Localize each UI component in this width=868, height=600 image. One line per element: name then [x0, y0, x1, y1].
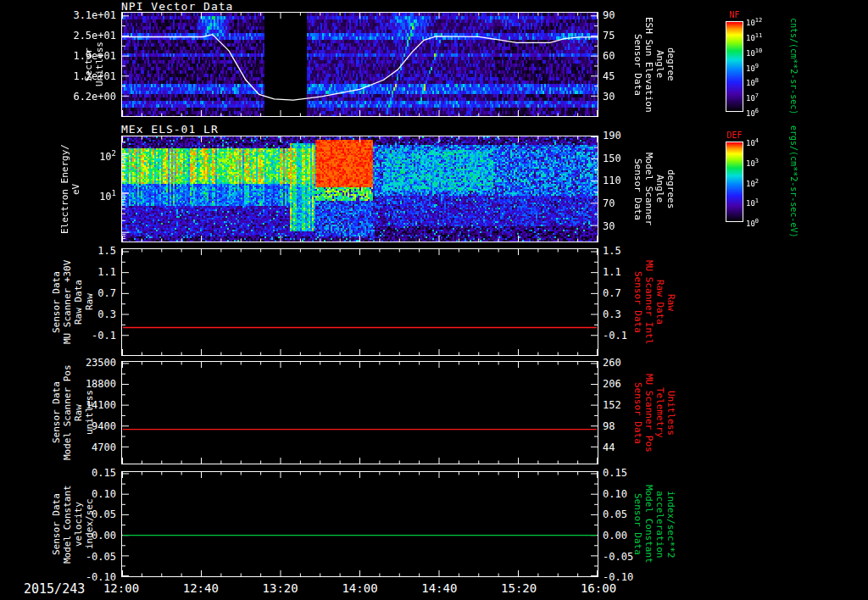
colorbar-title-NF: NF: [729, 10, 739, 19]
panel-2-title: MEx ELS-01 LR: [121, 123, 219, 136]
panel-5-lineplot: [121, 471, 598, 577]
panel-3-axes-ticks: [122, 249, 598, 355]
colorbar-unit-label-NF: cnts/(cm**2-sr-sec): [789, 4, 798, 129]
x-tick-label: 14:40: [421, 581, 457, 595]
x-tick-label: 13:20: [263, 581, 298, 595]
colorbar-tick-label: 1012: [746, 17, 762, 27]
colorbar-tick-label: 101: [746, 197, 759, 208]
right-axis-title-4: Sensor Data MU Scanner Pos Telemetry Uni…: [632, 361, 676, 464]
colorbar-tick-label: 1011: [746, 32, 762, 42]
x-tick-label: 14:00: [342, 581, 377, 595]
left-axis-title-3: Sensor Data MU Scanner +30V Raw Data Raw: [51, 248, 95, 356]
panel-3-lineplot: [121, 248, 598, 356]
left-axis-title-4: Sensor Data Model Scanner Pos Raw unitle…: [51, 361, 95, 464]
right-axis-title-3: Sensor Data MU Scanner Intl Raw Data Raw: [632, 248, 676, 356]
panel-4-lineplot: [121, 361, 598, 464]
panel-5-axes-ticks: [122, 472, 598, 576]
panel-2-spectrogram: [121, 136, 598, 242]
colorbar-title-DEF: DEF: [726, 131, 742, 140]
colorbar-tick-label: 104: [746, 137, 759, 147]
left-axis-title-2: Electron Energy/ eV: [59, 136, 81, 242]
panel-1-title: NPI Vector Data: [121, 0, 233, 13]
x-tick-label: 16:00: [581, 581, 616, 595]
left-axis-title-5: Sensor Data Model Constant velocity inde…: [51, 471, 95, 577]
left-axis-title-1: Sector Unitless: [83, 12, 105, 117]
x-tick-label: 12:00: [103, 581, 139, 595]
colorbar-tick-label: 100: [746, 218, 759, 228]
right-axis-title-5: Sensor Data Model Constant acceleration …: [632, 471, 676, 577]
colorbar-DEF: [726, 142, 743, 222]
panel-2-axes-ticks: [122, 136, 598, 242]
panel-1-axes-ticks: [122, 13, 598, 116]
colorbar-unit-label-DEF: ergs/(cm**2-sr-sec-eV): [789, 125, 798, 239]
right-axis-title-2: Sensor Data Model Scanner Angle degrees: [632, 136, 676, 242]
colorbar-gradient-DEF: [726, 142, 743, 221]
panel-1-spectrogram: [121, 12, 598, 117]
right-axis-title-1: Sensor Data ESH Sun Elevation Angle degr…: [632, 12, 676, 117]
x-tick-label: 15:20: [501, 581, 537, 595]
overlay-line-1: [122, 35, 598, 101]
colorbar-tick-label: 107: [746, 92, 759, 103]
colorbar-tick-label: 106: [746, 108, 759, 118]
colorbar-tick-label: 1010: [746, 47, 762, 58]
colorbar-NF: [726, 21, 743, 112]
x-tick-label: 12:40: [183, 581, 219, 595]
colorbar-tick-label: 102: [746, 178, 759, 188]
colorbar-tick-label: 108: [746, 77, 759, 87]
panel-4-axes-ticks: [122, 362, 598, 464]
colorbar-gradient-NF: [726, 22, 743, 111]
colorbar-tick-label: 103: [746, 158, 759, 168]
date-label: 2015/243: [24, 581, 85, 597]
colorbar-tick-label: 109: [746, 63, 759, 73]
